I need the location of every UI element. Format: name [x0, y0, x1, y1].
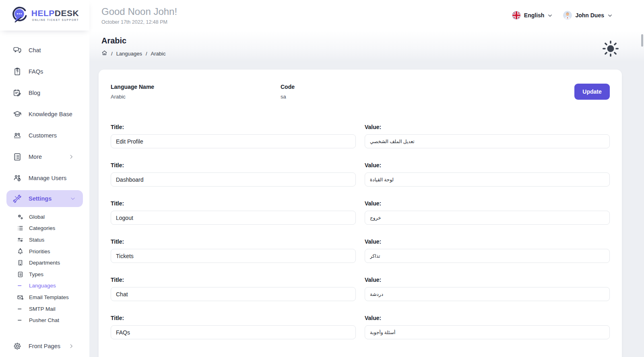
sidebar-item-knowledge-base[interactable]: Knowledge Base	[0, 103, 89, 125]
sidebar-subitem-languages[interactable]: Languages	[0, 280, 89, 292]
home-icon[interactable]	[101, 50, 107, 57]
clipboard-icon	[17, 271, 24, 278]
value-field: Value:	[365, 162, 610, 187]
update-button[interactable]: Update	[574, 84, 610, 100]
language-card: Language Name Arabic Code sa Update Titl…	[99, 70, 622, 357]
title-field: Title:	[111, 315, 356, 339]
sidebar-item-chat[interactable]: Chat	[0, 39, 89, 61]
title-field: Title:	[111, 238, 356, 263]
sidebar-subitem-label: Types	[29, 271, 43, 277]
chat-bubble-logo-icon	[10, 6, 28, 25]
app-logo[interactable]: HELPDESK ONLINE TICKET SUPPORT	[0, 0, 89, 31]
sidebar-subitem-label: SMTP Mail	[29, 306, 56, 312]
value-label: Value:	[365, 277, 610, 283]
value-field: Value:	[365, 200, 610, 225]
sidebar-item-manage-users[interactable]: Manage Users	[0, 167, 89, 189]
sun-icon[interactable]	[601, 39, 620, 60]
chevron-down-icon	[547, 13, 553, 18]
logo-tagline: ONLINE TICKET SUPPORT	[31, 19, 79, 22]
breadcrumb-item-languages[interactable]: Languages	[116, 51, 142, 57]
tools-icon	[13, 194, 22, 203]
sidebar-subitem-pusher-chat[interactable]: Pusher Chat	[0, 314, 89, 326]
value-field: Value:	[365, 277, 610, 301]
sliders-icon	[17, 236, 24, 243]
title-field: Title:	[111, 277, 356, 301]
value-label: Value:	[365, 200, 610, 207]
sidebar-subitem-label: Languages	[29, 283, 56, 289]
title-input[interactable]	[111, 134, 356, 148]
sidebar-subitem-departments[interactable]: Departments	[0, 257, 89, 269]
title-input[interactable]	[111, 287, 356, 301]
chevron-right-icon	[68, 343, 74, 349]
translation-row: Title: Value:	[111, 200, 610, 225]
chevron-down-icon	[607, 13, 613, 18]
sidebar-subitem-email-templates[interactable]: Email Templates	[0, 291, 89, 303]
clipboard-list-icon	[13, 152, 22, 161]
uk-flag-icon	[512, 11, 521, 20]
user-menu[interactable]: John Dues	[563, 11, 613, 20]
sidebar-item-settings[interactable]: Settings	[6, 190, 83, 207]
sidebar-item-label: Knowledge Base	[29, 111, 72, 117]
sidebar-item-blog[interactable]: Blog	[0, 82, 89, 103]
sidebar-item-label: Customers	[29, 132, 57, 139]
title-input[interactable]	[111, 249, 356, 263]
sidebar-item-label: FAQs	[29, 68, 43, 75]
content-area: Language Name Arabic Code sa Update Titl…	[89, 62, 644, 357]
user-name-label: John Dues	[575, 12, 604, 18]
translation-row: Title: Value:	[111, 238, 610, 263]
sidebar-item-customers[interactable]: Customers	[0, 125, 89, 146]
value-input[interactable]	[365, 325, 610, 339]
chevron-right-icon	[68, 154, 74, 160]
sidebar-subitem-label: Status	[29, 237, 44, 243]
list-icon	[17, 225, 24, 232]
title-input[interactable]	[111, 325, 356, 339]
language-selector[interactable]: English	[512, 11, 553, 20]
breadcrumb-separator: /	[146, 51, 147, 57]
gears-icon	[17, 213, 24, 220]
sidebar-subitem-status[interactable]: Status	[0, 234, 89, 246]
value-label: Value:	[365, 162, 610, 168]
bell-icon	[17, 248, 24, 255]
title-label: Title:	[111, 315, 356, 321]
sidebar-subitem-label: Departments	[29, 260, 60, 266]
language-summary: Language Name Arabic Code sa Update	[111, 84, 610, 100]
sidebar-subitem-label: Pusher Chat	[29, 317, 59, 323]
sidebar-item-faqs[interactable]: FAQs	[0, 61, 89, 82]
title-input[interactable]	[111, 211, 356, 225]
value-input[interactable]	[365, 134, 610, 148]
value-input[interactable]	[365, 211, 610, 225]
translation-row: Title: Value:	[111, 315, 610, 339]
title-label: Title:	[111, 277, 356, 283]
avatar	[563, 11, 572, 20]
sidebar-subitem-global[interactable]: Global	[0, 211, 89, 223]
topbar: Good Noon John! October 17th 2022, 12:48…	[89, 0, 644, 31]
chevron-down-icon	[70, 196, 76, 201]
translation-row: Title: Value:	[111, 162, 610, 187]
sidebar-item-front-pages[interactable]: Front Pages	[0, 336, 89, 357]
chat-icon	[13, 46, 22, 55]
sidebar-nav: Chat FAQs Blog Knowledge Base	[0, 31, 89, 357]
scrollbar-thumb[interactable]	[641, 34, 643, 47]
sidebar-item-label: Front Pages	[29, 343, 60, 349]
customers-icon	[13, 131, 22, 140]
page-title: Arabic	[101, 36, 165, 45]
language-name-label: Language Name	[111, 84, 281, 90]
gear-icon	[13, 342, 22, 351]
value-input[interactable]	[365, 172, 610, 187]
value-input[interactable]	[365, 287, 610, 301]
dash-icon	[17, 282, 24, 289]
sidebar-subitem-label: Categories	[29, 225, 55, 231]
code-value: sa	[281, 94, 295, 100]
sidebar-subitem-smtp-mail[interactable]: SMTP Mail	[0, 303, 89, 315]
translation-row: Title: Value:	[111, 277, 610, 301]
sidebar-subitem-categories[interactable]: Categories	[0, 223, 89, 234]
sidebar-item-more[interactable]: More	[0, 146, 89, 167]
value-label: Value:	[365, 238, 610, 245]
sidebar-subitem-types[interactable]: Types	[0, 269, 89, 280]
sidebar-subitem-priorities[interactable]: Priorities	[0, 246, 89, 257]
value-input[interactable]	[365, 249, 610, 263]
title-input[interactable]	[111, 172, 356, 187]
breadcrumb-item-current: Arabic	[151, 51, 166, 57]
graduation-cap-icon	[13, 110, 22, 119]
breadcrumb: / Languages / Arabic	[101, 50, 165, 57]
